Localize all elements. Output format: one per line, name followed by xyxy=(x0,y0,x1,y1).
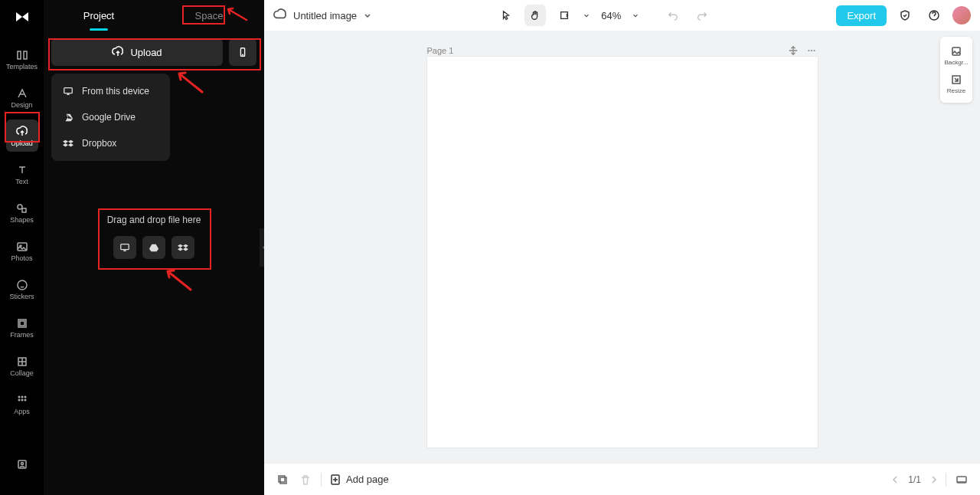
drop-zone[interactable]: Drag and drop file here xyxy=(96,215,211,259)
svg-rect-29 xyxy=(279,476,285,482)
background-tool[interactable]: Backgr... xyxy=(940,41,972,70)
svg-point-12 xyxy=(24,395,26,398)
app-logo[interactable] xyxy=(11,6,33,28)
dropdown-google-drive[interactable]: Google Drive xyxy=(51,104,170,130)
chevron-down-icon[interactable] xyxy=(363,11,372,20)
dropdown-label: From this device xyxy=(82,86,149,97)
cloud-upload-icon xyxy=(112,46,124,58)
svg-point-26 xyxy=(813,50,815,51)
upload-label: Upload xyxy=(130,47,162,58)
icon-sidebar: Templates Design Upload Text Shapes Phot… xyxy=(0,0,44,495)
right-tools: Backgr... Resize xyxy=(940,37,972,103)
nav-label: Text xyxy=(15,179,28,185)
separator xyxy=(946,473,946,487)
redo-button[interactable] xyxy=(691,5,713,26)
page-move-button[interactable] xyxy=(787,44,799,57)
help-button[interactable] xyxy=(923,5,945,26)
monitor-icon xyxy=(119,242,130,253)
nav-frames[interactable]: Frames xyxy=(6,311,38,343)
nav-shapes[interactable]: Shapes xyxy=(6,196,38,228)
add-page-label: Add page xyxy=(346,474,389,485)
upload-dropdown: From this device Google Drive Dropbox xyxy=(51,74,170,161)
drop-gdrive-button[interactable] xyxy=(142,236,165,259)
drop-device-button[interactable] xyxy=(113,236,136,259)
pager-text: 1/1 xyxy=(908,474,921,485)
svg-point-11 xyxy=(21,395,23,398)
svg-rect-1 xyxy=(24,51,27,59)
drop-zone-text: Drag and drop file here xyxy=(96,215,211,225)
canvas-page[interactable] xyxy=(427,57,818,447)
frames-icon xyxy=(15,316,29,330)
upload-button[interactable]: Upload xyxy=(51,38,223,66)
monitor-icon xyxy=(62,85,74,97)
svg-point-17 xyxy=(21,463,23,465)
stickers-icon xyxy=(15,278,29,292)
pager: 1/1 xyxy=(891,474,938,485)
nav-design[interactable]: Design xyxy=(6,81,38,113)
dropdown-dropbox[interactable]: Dropbox xyxy=(51,130,170,156)
zoom-level[interactable]: 64% xyxy=(601,10,621,21)
page-more-button[interactable] xyxy=(805,44,818,57)
nav-label: Apps xyxy=(14,408,30,415)
svg-rect-8 xyxy=(20,321,24,326)
bottombar: Add page 1/1 xyxy=(264,463,980,495)
title-group: Untitled image xyxy=(273,8,372,22)
pages-view-button[interactable] xyxy=(954,472,969,487)
nav-photos[interactable]: Photos xyxy=(6,234,38,267)
account-icon xyxy=(15,457,29,471)
shield-button[interactable] xyxy=(894,5,916,26)
nav-text[interactable]: Text xyxy=(6,158,38,190)
nav-apps[interactable]: Apps xyxy=(6,388,38,420)
design-icon xyxy=(15,87,29,100)
nav-label: Photos xyxy=(11,255,32,262)
svg-rect-21 xyxy=(121,244,129,250)
hand-tool[interactable] xyxy=(524,5,546,26)
right-tool-label: Resize xyxy=(947,87,965,94)
google-drive-icon xyxy=(62,111,74,123)
svg-rect-3 xyxy=(22,208,26,212)
export-button[interactable]: Export xyxy=(836,5,887,26)
add-page-button[interactable]: Add page xyxy=(329,474,389,486)
mobile-upload-button[interactable] xyxy=(229,38,256,66)
svg-rect-22 xyxy=(561,12,568,19)
select-tool[interactable] xyxy=(495,5,517,26)
right-tool-label: Backgr... xyxy=(944,59,968,66)
mobile-icon xyxy=(237,47,248,57)
tab-project[interactable]: Project xyxy=(44,10,154,21)
document-title[interactable]: Untitled image xyxy=(293,10,357,21)
tab-space[interactable]: Space xyxy=(154,10,264,21)
svg-point-2 xyxy=(18,205,22,209)
svg-point-15 xyxy=(24,398,26,401)
svg-rect-20 xyxy=(64,88,73,93)
dropbox-icon xyxy=(178,242,188,253)
tab-underline xyxy=(90,28,108,31)
dropdown-label: Dropbox xyxy=(82,138,116,149)
dropbox-icon xyxy=(62,137,74,149)
user-avatar[interactable] xyxy=(952,6,971,25)
resize-tool[interactable]: Resize xyxy=(940,70,972,98)
nav-collage[interactable]: Collage xyxy=(6,349,38,382)
chevron-down-icon[interactable] xyxy=(632,11,639,19)
delete-page-button xyxy=(298,472,313,487)
nav-stickers[interactable]: Stickers xyxy=(6,273,38,305)
drop-dropbox-button[interactable] xyxy=(172,236,194,259)
svg-point-25 xyxy=(810,50,812,51)
apps-icon xyxy=(15,393,29,407)
nav-templates[interactable]: Templates xyxy=(6,43,38,75)
undo-button[interactable] xyxy=(662,5,684,26)
prev-page-button[interactable] xyxy=(891,475,900,484)
svg-point-24 xyxy=(808,50,809,51)
crop-tool[interactable] xyxy=(554,5,575,26)
upload-icon xyxy=(15,125,29,139)
nav-account[interactable] xyxy=(6,449,38,481)
nav-label: Collage xyxy=(10,370,34,377)
chevron-down-icon[interactable] xyxy=(583,11,590,19)
next-page-button[interactable] xyxy=(929,475,938,484)
main-area: Untitled image 64% Export Page 1 xyxy=(264,0,980,495)
add-page-icon xyxy=(329,474,341,486)
nav-upload[interactable]: Upload xyxy=(6,120,38,152)
dropdown-from-device[interactable]: From this device xyxy=(51,78,170,104)
photos-icon xyxy=(15,240,29,254)
svg-rect-27 xyxy=(952,48,960,55)
duplicate-page-button[interactable] xyxy=(275,472,290,487)
